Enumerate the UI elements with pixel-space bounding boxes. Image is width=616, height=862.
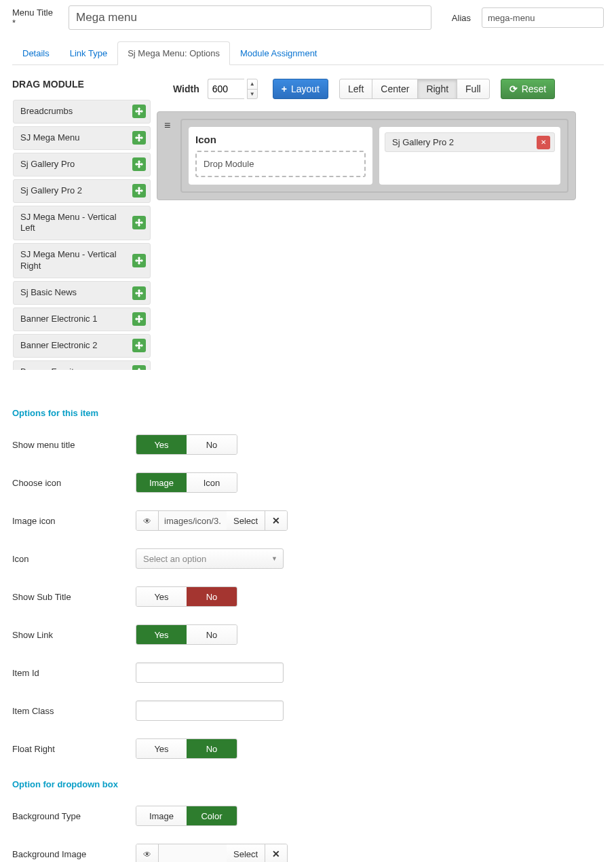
reset-button[interactable]: Reset: [501, 79, 556, 99]
show-sub-title-toggle[interactable]: Yes No: [136, 586, 237, 607]
toggle-icon[interactable]: Icon: [187, 473, 237, 492]
align-right-button[interactable]: Right: [417, 79, 457, 99]
toggle-no[interactable]: No: [187, 739, 237, 758]
move-icon[interactable]: [132, 105, 146, 118]
menu-title-label: Menu Title *: [12, 7, 58, 28]
close-icon: [272, 848, 280, 859]
bg-image-path-input[interactable]: [159, 844, 227, 862]
width-spinner[interactable]: ▲▼: [247, 79, 258, 99]
bg-type-label: Background Type: [12, 811, 136, 821]
align-full-button[interactable]: Full: [457, 79, 490, 99]
move-icon[interactable]: [132, 365, 146, 371]
module-item[interactable]: Banner Furniture: [13, 360, 151, 371]
float-right-label: Float Right: [12, 744, 136, 754]
module-item-label: Sj Gallery Pro: [20, 159, 75, 169]
spin-down-icon[interactable]: ▼: [248, 90, 257, 99]
module-item[interactable]: SJ Mega Menu - Vertical Left: [13, 206, 151, 241]
clear-button[interactable]: [265, 511, 287, 530]
select-button[interactable]: Select: [227, 844, 265, 862]
select-button[interactable]: Select: [227, 511, 265, 530]
options-heading: Options for this item: [12, 408, 604, 418]
icon-label: Icon: [12, 554, 136, 564]
dropped-module[interactable]: Sj Gallery Pro 2 ✕: [385, 132, 555, 152]
module-item-label: Sj Basic News: [20, 287, 77, 297]
width-input[interactable]: [208, 79, 244, 99]
choose-icon-label: Choose icon: [12, 478, 136, 488]
menu-title-input[interactable]: [69, 5, 431, 30]
module-item[interactable]: Sj Gallery Pro: [13, 153, 151, 176]
module-item[interactable]: Sj Gallery Pro 2: [13, 179, 151, 203]
spin-up-icon[interactable]: ▲: [248, 79, 257, 90]
bg-type-toggle[interactable]: Image Color: [136, 806, 237, 826]
module-item-label: Banner Electronic 1: [20, 314, 97, 324]
align-center-button[interactable]: Center: [372, 79, 418, 99]
dropdown-heading: Option for dropdown box: [12, 779, 604, 789]
tab-megamenu-options[interactable]: Sj Mega Menu: Options: [117, 41, 230, 65]
plus-icon: [282, 83, 287, 94]
toggle-yes[interactable]: Yes: [136, 435, 187, 454]
module-list[interactable]: Breadcrumbs SJ Mega Menu Sj Gallery Pro …: [12, 99, 151, 371]
module-item-label: SJ Mega Menu: [20, 132, 79, 143]
move-icon[interactable]: [132, 184, 146, 198]
tab-link-type[interactable]: Link Type: [60, 41, 117, 65]
module-item[interactable]: Banner Electronic 2: [13, 334, 151, 358]
show-sub-title-label: Show Sub Title: [12, 592, 136, 602]
show-link-toggle[interactable]: Yes No: [136, 624, 237, 645]
move-icon[interactable]: [132, 254, 146, 267]
module-item-label: Breadcrumbs: [20, 106, 73, 116]
toggle-yes[interactable]: Yes: [136, 625, 187, 644]
toggle-no[interactable]: No: [187, 625, 237, 644]
choose-icon-toggle[interactable]: Image Icon: [136, 472, 237, 493]
drop-area[interactable]: Drop Module: [195, 151, 366, 177]
module-item[interactable]: SJ Mega Menu - Vertical Right: [13, 243, 151, 278]
module-item[interactable]: Breadcrumbs: [13, 100, 151, 124]
image-icon-label: Image icon: [12, 516, 136, 526]
move-icon[interactable]: [132, 339, 146, 352]
item-class-label: Item Class: [12, 706, 136, 716]
move-icon[interactable]: [132, 216, 146, 229]
image-path-input[interactable]: [159, 511, 227, 530]
bg-image-picker: Select: [136, 844, 288, 862]
module-item-label: Sj Gallery Pro 2: [20, 185, 82, 195]
toggle-no[interactable]: No: [187, 587, 237, 606]
reset-button-label: Reset: [522, 83, 547, 94]
alias-label: Alias: [452, 13, 471, 23]
preview-button[interactable]: [136, 511, 159, 530]
dropped-module-label: Sj Gallery Pro 2: [392, 137, 454, 147]
show-menu-title-toggle[interactable]: Yes No: [136, 434, 237, 455]
tab-details[interactable]: Details: [12, 41, 60, 65]
icon-select[interactable]: Select an option: [136, 548, 284, 569]
show-link-label: Show Link: [12, 630, 136, 640]
close-icon: ✕: [541, 138, 546, 146]
tab-bar: Details Link Type Sj Mega Menu: Options …: [12, 41, 604, 65]
close-icon: [272, 515, 280, 526]
clear-button[interactable]: [265, 844, 287, 862]
module-item-label: Banner Furniture: [20, 367, 87, 371]
move-icon[interactable]: [132, 286, 146, 300]
eye-icon: [143, 849, 151, 859]
move-icon[interactable]: [132, 131, 146, 145]
item-class-input[interactable]: [136, 700, 284, 721]
move-icon[interactable]: [132, 312, 146, 326]
eye-icon: [143, 516, 151, 526]
align-left-button[interactable]: Left: [339, 79, 372, 99]
tab-module-assignment[interactable]: Module Assignment: [230, 41, 327, 65]
toggle-no[interactable]: No: [187, 435, 237, 454]
row-handle-icon[interactable]: ≡: [164, 119, 174, 131]
layout-button[interactable]: Layout: [273, 79, 328, 99]
toggle-color[interactable]: Color: [187, 806, 237, 825]
float-right-toggle[interactable]: Yes No: [136, 738, 237, 759]
module-item[interactable]: Sj Basic News: [13, 281, 151, 305]
toggle-yes[interactable]: Yes: [136, 739, 187, 758]
toggle-yes[interactable]: Yes: [136, 587, 187, 606]
item-id-input[interactable]: [136, 662, 284, 683]
remove-module-button[interactable]: ✕: [537, 136, 550, 149]
toggle-image[interactable]: Image: [136, 473, 187, 492]
module-item[interactable]: Banner Electronic 1: [13, 307, 151, 331]
item-id-label: Item Id: [12, 668, 136, 678]
toggle-image[interactable]: Image: [136, 806, 187, 825]
module-item[interactable]: SJ Mega Menu: [13, 126, 151, 150]
move-icon[interactable]: [132, 157, 146, 171]
alias-input[interactable]: [482, 7, 604, 28]
preview-button[interactable]: [136, 844, 159, 862]
